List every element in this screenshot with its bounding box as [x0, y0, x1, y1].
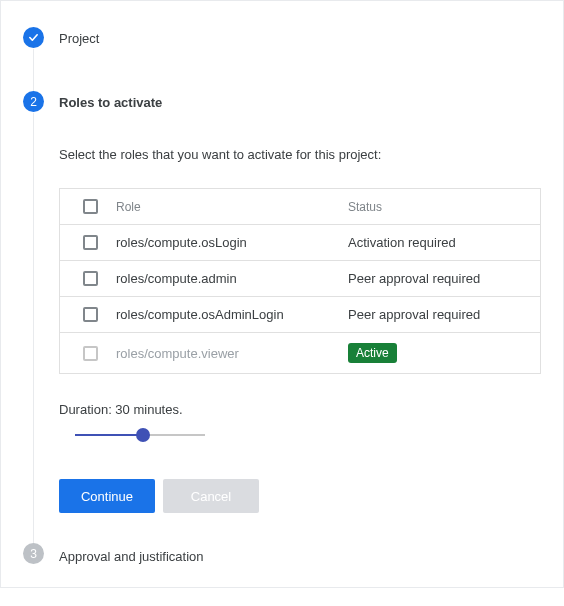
- step-approval-title[interactable]: Approval and justification: [59, 549, 204, 564]
- header-role: Role: [116, 200, 340, 214]
- role-name: roles/compute.osLogin: [116, 235, 340, 250]
- role-status: Activation required: [348, 235, 528, 250]
- instruction-text: Select the roles that you want to activa…: [59, 147, 541, 162]
- duration-slider[interactable]: [75, 425, 205, 445]
- button-row: Continue Cancel: [59, 479, 541, 513]
- table-row: roles/compute.admin Peer approval requir…: [60, 260, 540, 296]
- select-all-checkbox[interactable]: [83, 199, 98, 214]
- activation-wizard: Project 2 Roles to activate Select the r…: [0, 0, 564, 588]
- role-name: roles/compute.viewer: [116, 346, 340, 361]
- step-project-title[interactable]: Project: [59, 31, 99, 46]
- step-project: Project: [23, 27, 541, 91]
- row-checkbox[interactable]: [83, 235, 98, 250]
- step-roles-title: Roles to activate: [59, 95, 162, 110]
- role-name: roles/compute.admin: [116, 271, 340, 286]
- step-number-icon: 2: [23, 91, 44, 112]
- row-checkbox[interactable]: [83, 307, 98, 322]
- status-badge: Active: [348, 343, 397, 363]
- continue-button[interactable]: Continue: [59, 479, 155, 513]
- row-checkbox[interactable]: [83, 271, 98, 286]
- cancel-button[interactable]: Cancel: [163, 479, 259, 513]
- step-approval: 3 Approval and justification: [23, 543, 541, 567]
- table-row: roles/compute.viewer Active: [60, 332, 540, 373]
- header-status: Status: [348, 200, 528, 214]
- role-status: Peer approval required: [348, 307, 528, 322]
- step-check-icon: [23, 27, 44, 48]
- role-status: Peer approval required: [348, 271, 528, 286]
- slider-fill: [75, 434, 143, 436]
- table-row: roles/compute.osAdminLogin Peer approval…: [60, 296, 540, 332]
- role-name: roles/compute.osAdminLogin: [116, 307, 340, 322]
- step-number-icon: 3: [23, 543, 44, 564]
- duration-label: Duration: 30 minutes.: [59, 402, 541, 417]
- step-roles: 2 Roles to activate Select the roles tha…: [23, 91, 541, 543]
- roles-table: Role Status roles/compute.osLogin Activa…: [59, 188, 541, 374]
- table-row: roles/compute.osLogin Activation require…: [60, 224, 540, 260]
- slider-thumb[interactable]: [136, 428, 150, 442]
- table-header: Role Status: [60, 189, 540, 224]
- row-checkbox: [83, 346, 98, 361]
